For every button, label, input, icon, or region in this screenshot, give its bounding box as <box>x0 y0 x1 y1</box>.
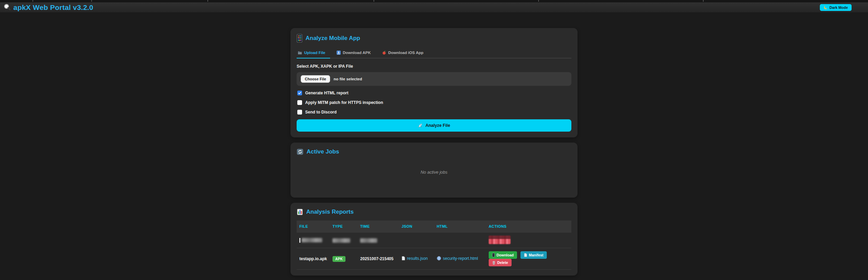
security-report-label: security-report.html <box>443 256 478 261</box>
redacted-file-cell <box>297 232 330 248</box>
app-brand: apkX Web Portal v3.2.0 <box>3 3 93 12</box>
ruler-tick <box>703 0 704 2</box>
active-jobs-title: Active Jobs <box>297 148 571 155</box>
option-mitm-patch: Apply MITM patch for HTTPS inspection <box>297 100 571 105</box>
file-select-label: Select APK, XAPK or IPA File <box>297 64 571 69</box>
folder-icon <box>298 51 302 55</box>
ruler-tick <box>91 0 92 2</box>
reports-title-text: Analysis Reports <box>306 209 354 215</box>
ruler-tick <box>207 0 208 2</box>
analyze-card: Analyze Mobile App Upload File Download … <box>290 28 578 137</box>
results-json-label: results.json <box>407 256 428 261</box>
html-cell: security-report.html <box>434 248 486 270</box>
table-row: testapp.io.apk APK 20251007-215405 resul… <box>297 248 571 270</box>
header-bar: apkX Web Portal v3.2.0 Dark Mode <box>0 0 868 12</box>
redacted-html-cell <box>434 232 486 248</box>
generate-html-checkbox[interactable] <box>297 91 302 95</box>
type-cell: APK <box>330 248 357 270</box>
delete-button[interactable]: Delete <box>489 259 512 266</box>
col-header-type: TYPE <box>330 221 357 232</box>
globe-icon <box>437 256 441 261</box>
inbox-download-icon <box>337 51 341 55</box>
document-icon <box>402 256 405 261</box>
table-row-redacted <box>297 232 571 248</box>
mobile-app-icon <box>297 34 302 43</box>
tab-download-apk[interactable]: Download APK <box>336 48 376 58</box>
dark-mode-button[interactable]: Dark Mode <box>820 4 852 11</box>
redacted-json-cell <box>399 232 434 248</box>
rocket-icon <box>418 123 423 128</box>
option-send-discord: Send to Discord <box>297 110 571 115</box>
dark-mode-label: Dark Mode <box>829 5 848 10</box>
redacted-action-button[interactable] <box>489 236 511 244</box>
redacted-actions-cell <box>486 232 571 248</box>
analyze-file-button[interactable]: Analyze File <box>297 119 571 132</box>
top-strip <box>0 0 868 2</box>
tab-download-ios[interactable]: Download iOS App <box>381 48 428 58</box>
reports-title: Analysis Reports <box>297 209 571 215</box>
reports-table-header-row: FILE TYPE TIME JSON HTML ACTIONS <box>297 221 571 232</box>
trash-icon <box>492 261 496 265</box>
json-cell: results.json <box>399 248 434 270</box>
download-button[interactable]: Download <box>489 251 517 259</box>
ruler-tick <box>32 0 33 2</box>
smartphone-icon <box>492 253 495 257</box>
tab-upload-file[interactable]: Upload File <box>297 48 330 58</box>
manifest-button-label: Manifest <box>529 253 544 257</box>
page-title: apkX Web Portal v3.2.0 <box>13 3 93 12</box>
option-label: Apply MITM patch for HTTPS inspection <box>305 100 383 105</box>
apple-icon <box>382 51 386 55</box>
magnifier-icon <box>3 3 12 12</box>
active-jobs-card: Active Jobs No active jobs <box>290 143 578 198</box>
reports-card: Analysis Reports FILE TYPE TIME JSON HTM… <box>290 203 578 276</box>
choose-file-button[interactable]: Choose File <box>301 75 330 83</box>
ruler-tick <box>374 0 374 2</box>
option-label: Send to Discord <box>305 110 337 115</box>
manifest-button[interactable]: Manifest <box>520 251 547 259</box>
moon-icon <box>824 5 828 10</box>
option-label: Generate HTML report <box>305 91 348 95</box>
tab-label: Upload File <box>304 51 325 55</box>
analyze-card-title: Analyze Mobile App <box>297 34 571 43</box>
file-input[interactable]: Choose File no file selected <box>297 72 571 86</box>
no-active-jobs-message: No active jobs <box>297 170 571 175</box>
option-generate-html: Generate HTML report <box>297 91 571 95</box>
security-report-link[interactable]: security-report.html <box>437 256 478 261</box>
tab-label: Download APK <box>343 51 371 55</box>
refresh-icon <box>297 148 303 155</box>
main-container: Analyze Mobile App Upload File Download … <box>290 28 578 276</box>
apk-type-badge: APK <box>333 256 345 262</box>
delete-button-label: Delete <box>497 261 508 265</box>
col-header-json: JSON <box>399 221 434 232</box>
redacted-type-cell <box>330 232 357 248</box>
col-header-html: HTML <box>434 221 486 232</box>
bar-chart-icon <box>297 209 303 215</box>
analyze-button-label: Analyze File <box>425 123 450 128</box>
ruler-tick <box>538 0 539 2</box>
results-json-link[interactable]: results.json <box>402 256 428 261</box>
reports-table: FILE TYPE TIME JSON HTML ACTIONS <box>297 221 571 270</box>
check-icon <box>298 91 301 95</box>
actions-cell: Download Manifest <box>486 248 571 270</box>
col-header-file: FILE <box>297 221 330 232</box>
send-discord-checkbox[interactable] <box>297 110 302 115</box>
mitm-patch-checkbox[interactable] <box>297 100 302 105</box>
time-cell: 20251007-215405 <box>357 248 399 270</box>
document-icon <box>524 253 527 257</box>
analyze-title-text: Analyze Mobile App <box>306 35 360 42</box>
file-cell: testapp.io.apk <box>297 248 330 270</box>
analyze-tabs: Upload File Download APK Download iOS Ap… <box>297 48 571 58</box>
col-header-actions: ACTIONS <box>486 221 571 232</box>
download-button-label: Download <box>497 253 514 257</box>
file-status-text: no file selected <box>334 77 362 81</box>
tab-label: Download iOS App <box>388 51 423 55</box>
col-header-time: TIME <box>357 221 399 232</box>
active-jobs-title-text: Active Jobs <box>307 148 339 155</box>
redacted-time-cell <box>357 232 399 248</box>
